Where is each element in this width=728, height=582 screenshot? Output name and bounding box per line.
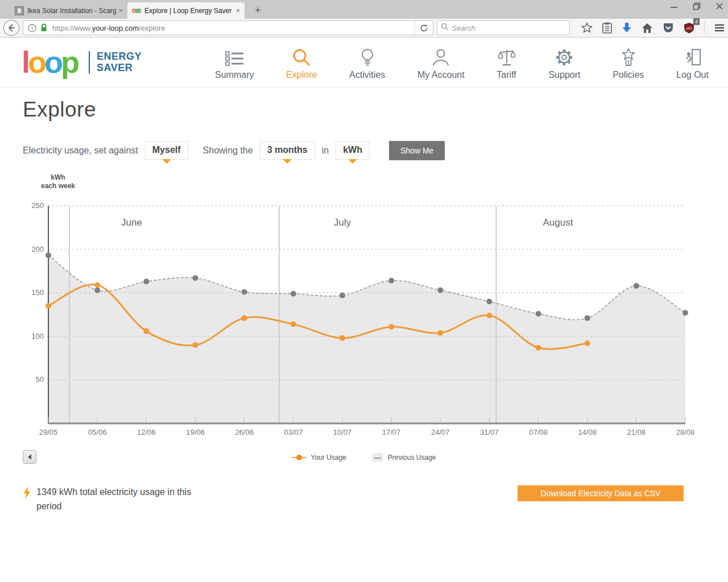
loop-logo[interactable]: loop ENERGY SAVER bbox=[22, 48, 192, 76]
nav-item-summary[interactable]: Summary bbox=[215, 45, 254, 80]
primary-nav: SummaryExploreActivitiesMy AccountTariff… bbox=[192, 45, 709, 80]
nav-item-support[interactable]: Support bbox=[548, 45, 580, 80]
nav-item-policies[interactable]: Policies bbox=[613, 45, 644, 80]
svg-text:50: 50 bbox=[36, 375, 44, 384]
downloads-icon[interactable] bbox=[622, 22, 632, 34]
browser-tab[interactable]: Explore | Loop Energy Saver× bbox=[127, 2, 245, 19]
nav-item-label: Summary bbox=[215, 70, 254, 80]
usage-chart-svg: kWheach week50100150200250JuneJulyAugust… bbox=[23, 172, 705, 444]
logo-letter: l bbox=[22, 48, 28, 76]
pocket-icon[interactable] bbox=[663, 22, 674, 34]
https-lock-icon[interactable] bbox=[40, 23, 48, 32]
url-protocol: https://www. bbox=[52, 24, 92, 32]
search-icon bbox=[292, 45, 311, 66]
adblock-badge: 4 bbox=[693, 18, 700, 25]
filter-in-text: in bbox=[322, 146, 329, 156]
nav-item-my-account[interactable]: My Account bbox=[417, 45, 465, 80]
svg-text:July: July bbox=[334, 217, 351, 228]
url-domain: your-loop.com bbox=[92, 24, 139, 32]
svg-text:250: 250 bbox=[31, 201, 44, 210]
svg-text:uO: uO bbox=[686, 26, 692, 30]
previous-usage-marker-icon bbox=[373, 454, 383, 462]
svg-text:24/07: 24/07 bbox=[431, 428, 450, 436]
nav-item-activities[interactable]: Activities bbox=[349, 45, 385, 80]
svg-text:19/06: 19/06 bbox=[186, 428, 205, 436]
legend-your-usage: Your Usage bbox=[292, 454, 346, 462]
usage-chart: kWheach week50100150200250JuneJulyAugust… bbox=[23, 172, 705, 447]
nav-item-tariff[interactable]: Tariff bbox=[497, 45, 516, 80]
lightning-icon bbox=[23, 485, 32, 514]
svg-text:kWh: kWh bbox=[51, 173, 65, 181]
legend-previous-usage: Previous Usage bbox=[373, 454, 436, 462]
user-icon bbox=[432, 45, 450, 66]
page-info-icon[interactable] bbox=[28, 24, 36, 32]
nav-item-log-out[interactable]: Log Out bbox=[676, 45, 709, 80]
compare-dropdown[interactable]: Myself bbox=[145, 142, 188, 160]
menu-hamburger-icon[interactable] bbox=[714, 23, 725, 32]
new-tab-button[interactable]: + bbox=[250, 5, 266, 19]
nav-item-label: Tariff bbox=[497, 70, 516, 80]
svg-text:31/07: 31/07 bbox=[480, 428, 499, 436]
minimize-button[interactable] bbox=[670, 2, 678, 10]
url-bar[interactable]: https://www.your-loop.com/explore bbox=[23, 20, 434, 35]
download-csv-button[interactable]: Download Electricity Data as CSV bbox=[518, 485, 684, 501]
tab-strip: Ikea Solar Installation - Scarg×Explore … bbox=[0, 2, 245, 19]
search-icon bbox=[441, 23, 449, 33]
svg-text:28/08: 28/08 bbox=[676, 428, 695, 436]
nav-item-label: Support bbox=[548, 70, 580, 80]
nav-item-label: Log Out bbox=[676, 70, 709, 80]
logo-letter: o bbox=[28, 48, 44, 76]
svg-text:03/07: 03/07 bbox=[284, 428, 303, 436]
total-usage-summary: 1349 kWh total electricity usage in this… bbox=[23, 485, 210, 514]
site-header: loop ENERGY SAVER SummaryExploreActiviti… bbox=[0, 38, 728, 88]
nav-item-label: Policies bbox=[613, 70, 644, 80]
reading-list-icon[interactable] bbox=[602, 22, 612, 34]
browser-titlebar: Ikea Solar Installation - Scarg×Explore … bbox=[0, 0, 728, 19]
browser-toolbar: https://www.your-loop.com/explore uO 4 bbox=[0, 19, 728, 38]
unit-dropdown[interactable]: kWh bbox=[336, 142, 370, 160]
nav-item-label: My Account bbox=[417, 70, 465, 80]
nav-item-label: Activities bbox=[349, 70, 385, 80]
svg-text:200: 200 bbox=[31, 245, 44, 253]
svg-text:05/06: 05/06 bbox=[88, 428, 107, 436]
svg-text:29/05: 29/05 bbox=[39, 428, 58, 436]
svg-text:12/06: 12/06 bbox=[137, 428, 156, 436]
rosette-icon bbox=[621, 45, 636, 66]
logo-divider bbox=[89, 51, 90, 74]
tab-title: Explore | Loop Energy Saver bbox=[144, 7, 233, 15]
chevron-down-icon bbox=[348, 159, 357, 164]
loop-favicon bbox=[132, 6, 141, 15]
logo-letter: o bbox=[44, 48, 61, 76]
svg-text:17/07: 17/07 bbox=[382, 428, 401, 436]
close-tab-icon[interactable]: × bbox=[118, 6, 123, 15]
svg-text:150: 150 bbox=[31, 288, 44, 297]
logout-icon bbox=[684, 45, 701, 66]
scales-icon bbox=[497, 45, 516, 66]
show-me-button[interactable]: Show Me bbox=[389, 141, 445, 160]
restore-button[interactable] bbox=[693, 2, 701, 10]
filter-lead-text: Electricity usage, set against bbox=[23, 146, 138, 156]
back-button[interactable] bbox=[3, 20, 19, 36]
reload-button[interactable] bbox=[415, 21, 433, 35]
photo-favicon bbox=[15, 6, 24, 15]
url-path: /explore bbox=[139, 24, 165, 32]
svg-text:August: August bbox=[543, 217, 573, 228]
svg-text:each week: each week bbox=[41, 182, 75, 190]
toolbar-separator bbox=[704, 22, 705, 34]
close-tab-icon[interactable]: × bbox=[235, 6, 240, 15]
loop-logo-word: loop bbox=[22, 48, 77, 76]
svg-text:07/08: 07/08 bbox=[529, 428, 548, 436]
period-dropdown[interactable]: 3 months bbox=[260, 142, 315, 160]
home-icon[interactable] bbox=[642, 23, 653, 34]
browser-tab[interactable]: Ikea Solar Installation - Scarg× bbox=[10, 2, 127, 19]
search-input[interactable] bbox=[452, 24, 554, 32]
nav-item-explore[interactable]: Explore bbox=[286, 45, 317, 80]
adblock-icon[interactable]: uO 4 bbox=[684, 22, 694, 34]
logo-letter: p bbox=[61, 48, 77, 76]
close-window-button[interactable] bbox=[715, 2, 723, 10]
nav-item-label: Explore bbox=[286, 70, 317, 80]
previous-period-button[interactable] bbox=[23, 450, 36, 464]
bookmark-star-icon[interactable] bbox=[581, 22, 593, 34]
filter-row: Electricity usage, set against Myself Sh… bbox=[23, 141, 705, 160]
svg-text:26/06: 26/06 bbox=[235, 428, 254, 436]
